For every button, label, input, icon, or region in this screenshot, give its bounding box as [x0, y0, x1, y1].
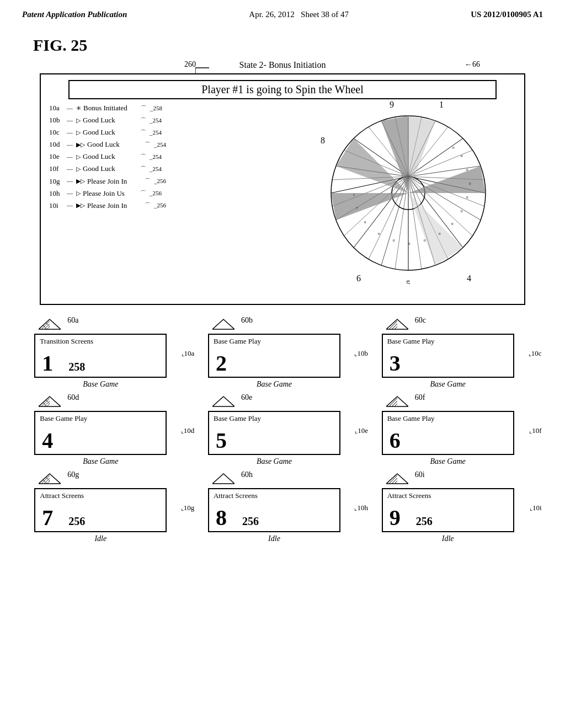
svg-text:0: 0: [424, 238, 426, 243]
pyramid-icon: [212, 318, 234, 333]
pyramid-icon: [386, 395, 408, 410]
list-item-id: 10c: [49, 126, 65, 138]
header-center: Apr. 26, 2012 Sheet 38 of 47: [249, 10, 349, 19]
states-row-2: 60d Base Game Play 4 ⌞10d Base Game: [22, 393, 543, 466]
state-box: Base Game Play 2: [208, 334, 340, 378]
state-box-label: Base Game Play: [387, 414, 509, 423]
svg-text:0: 0: [439, 232, 441, 236]
list-item-id: 10b: [49, 114, 65, 126]
state-bottom-label: Idle: [382, 534, 514, 543]
svg-text:0: 0: [451, 222, 454, 226]
main-box: 260 ←66 Player #1 is going to Spin the W…: [40, 73, 525, 305]
page-header: Patent Application Publication Apr. 26, …: [0, 0, 565, 19]
list-item-icon: ▷: [76, 115, 81, 126]
list-item: 10a — ✳ Bonus Initiated ⌒ _258: [49, 102, 166, 114]
player-list: 10a — ✳ Bonus Initiated ⌒ _258 10b — ▷ G…: [49, 102, 166, 212]
header-right: US 2012/0100905 A1: [471, 10, 543, 19]
list-item-id: 10a: [49, 102, 65, 114]
state-box-number: 7: [42, 507, 53, 529]
pyramid-icon: [39, 318, 61, 333]
state-box-sub-ref: 256: [68, 515, 85, 528]
corner-ref: ⌞10c: [529, 349, 542, 358]
list-item: 10d — ▶▷ Good Luck ⌒ _254: [49, 138, 166, 151]
pyramid-icon: [386, 318, 408, 333]
list-item-icon: ▶▷: [76, 140, 85, 150]
state-box-wrapper: 60h Attract Screens 8 256 ⌞10h Idle: [208, 470, 357, 543]
svg-marker-108: [386, 474, 408, 484]
state-box: Attract Screens 7 256: [34, 488, 167, 532]
box-top-label: 60i: [415, 470, 425, 479]
svg-text:1: 1: [353, 192, 355, 197]
ref-260: 260: [184, 60, 196, 69]
state-box-number: 2: [216, 352, 227, 374]
svg-text:0: 0: [393, 238, 395, 243]
list-item-id: 10i: [49, 200, 65, 212]
state-bottom-label: Base Game: [34, 380, 167, 389]
svg-text:0: 0: [466, 168, 468, 172]
state-box: Base Game Play 3: [382, 334, 514, 378]
svg-marker-97: [39, 474, 61, 484]
list-item-text: Please Join Us: [83, 188, 138, 200]
state-box-wrapper: 60a Transition Screens 1 258 ⌞10a Base G…: [34, 316, 183, 389]
states-row-1: 60a Transition Screens 1 258 ⌞10a Base G…: [22, 316, 543, 389]
svg-marker-70: [212, 319, 234, 329]
list-item: 10e — ▷ Good Luck ⌒ _254: [49, 151, 166, 163]
list-item: 10h — ▷ Please Join Us ⌒ _256: [49, 188, 166, 200]
corner-ref: ⌞10e: [355, 426, 368, 435]
state-box-sub-ref: 256: [242, 515, 259, 528]
state-box-label: Attract Screens: [40, 491, 161, 500]
wheel-diagram: 1 2 3 4 5 6 7 8 9: [320, 97, 508, 295]
list-item-id: 10e: [49, 151, 65, 163]
svg-text:0: 0: [461, 209, 463, 213]
state-box-wrapper: 60b Base Game Play 2 ⌞10b Base Game: [208, 316, 357, 389]
svg-marker-106: [212, 474, 234, 484]
list-item-text: Good Luck: [87, 138, 142, 151]
state-box-label: Transition Screens: [40, 337, 161, 346]
pyramid-icon: [212, 395, 234, 410]
state-box: Transition Screens 1 258: [34, 334, 167, 378]
list-item-id: 10g: [49, 175, 65, 188]
state-box-number: 5: [216, 430, 227, 452]
state-box: Attract Screens 8 256: [208, 488, 340, 532]
corner-ref: ⌞10f: [529, 426, 541, 435]
state-box-number: 8: [216, 507, 227, 529]
list-item-text: Please Join In: [87, 175, 142, 188]
state-bottom-label: Base Game: [382, 457, 514, 466]
svg-text:0: 0: [461, 154, 463, 158]
state-box-number: 3: [390, 352, 401, 374]
svg-text:0: 0: [378, 232, 380, 236]
state-box: Base Game Play 5: [208, 411, 340, 455]
state-box-label: Base Game Play: [40, 414, 161, 423]
corner-ref: ⌞10g: [181, 504, 195, 512]
state-box-label: Base Game Play: [387, 337, 509, 346]
pyramid-icon: [386, 473, 408, 487]
state-box-number: 1: [42, 352, 53, 374]
state-box-wrapper: 60e Base Game Play 5 ⌞10e Base Game: [208, 393, 357, 466]
state-box-number: 6: [390, 430, 401, 452]
box-top-label: 60f: [415, 393, 425, 402]
state-box: Base Game Play 6: [382, 411, 514, 455]
list-item-text: Good Luck: [83, 126, 138, 138]
state-box-label: Attract Screens: [387, 491, 509, 500]
svg-text:6: 6: [356, 274, 361, 283]
svg-marker-88: [212, 397, 234, 406]
svg-text:9: 9: [390, 100, 394, 109]
list-item-id: 10d: [49, 138, 65, 151]
svg-text:8: 8: [321, 136, 325, 145]
fig-title: FIG. 25: [33, 36, 565, 55]
box-top-label: 60b: [241, 316, 253, 325]
state-box: Attract Screens 9 256: [382, 488, 514, 532]
list-item-icon: ✳: [76, 103, 81, 114]
list-item-icon: ▶▷: [76, 176, 85, 186]
header-left: Patent Application Publication: [22, 10, 127, 19]
pyramid-icon: [39, 395, 61, 410]
list-item-text: Bonus Initiated: [83, 102, 138, 114]
state-bottom-label: Idle: [208, 534, 340, 543]
box-top-label: 60d: [67, 393, 79, 402]
corner-ref: ⌞10i: [530, 504, 542, 512]
corner-ref: ⌞10d: [181, 426, 195, 435]
list-item-icon: ▶▷: [76, 200, 85, 211]
svg-marker-61: [39, 319, 61, 329]
svg-text:0: 0: [364, 220, 366, 224]
box-top-label: 60a: [67, 316, 78, 325]
